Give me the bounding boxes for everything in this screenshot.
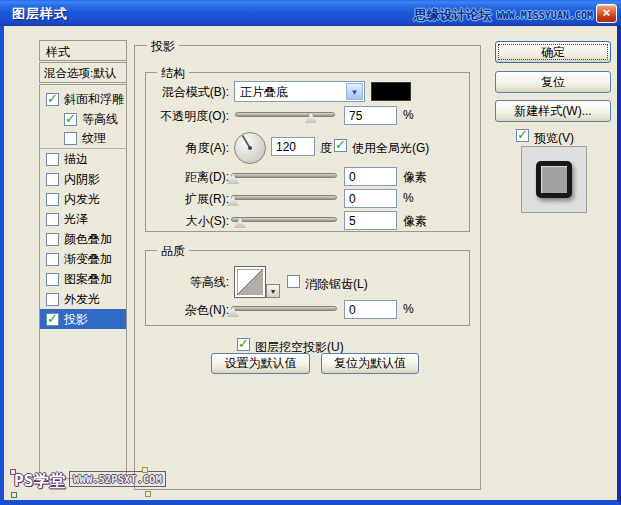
sidebar-item-inner-shadow[interactable]: 内阴影 — [40, 169, 126, 189]
forum-name: 思缘设计论坛 — [414, 7, 492, 22]
layer-style-dialog: 图层样式 思缘设计论坛WWW.MISSYUAN.COM × 样式 混合选项:默认… — [0, 0, 621, 505]
styles-header-label: 样式 — [46, 45, 70, 59]
checkbox-icon[interactable] — [46, 173, 59, 186]
contour-dropdown-icon[interactable]: ▼ — [266, 284, 280, 298]
sidebar-item-stroke[interactable]: 描边 — [40, 149, 126, 169]
global-light-checkbox[interactable] — [334, 139, 347, 152]
close-icon[interactable]: × — [596, 4, 617, 23]
psxt-name: PS学堂 — [14, 471, 65, 490]
sidebar-item-outer-glow[interactable]: 外发光 — [40, 289, 126, 309]
forum-watermark: 思缘设计论坛WWW.MISSYUAN.COM — [414, 6, 593, 24]
checkbox-icon[interactable] — [64, 132, 77, 145]
noise-slider[interactable] — [231, 306, 337, 311]
sidebar-item-label: 描边 — [64, 151, 88, 168]
checkbox-icon[interactable] — [46, 93, 59, 106]
watermark-handle-tr — [142, 467, 148, 473]
distance-slider[interactable] — [231, 173, 337, 178]
blend-mode-value: 正片叠底 — [240, 84, 288, 101]
sidebar-item-label: 光泽 — [64, 211, 88, 228]
new-style-button[interactable]: 新建样式(W)... — [495, 100, 611, 122]
checkbox-icon[interactable] — [46, 253, 59, 266]
sidebar-item-label: 纹理 — [82, 130, 106, 147]
noise-label: 杂色(N): — [137, 302, 229, 319]
reset-button[interactable]: 复位 — [495, 71, 611, 93]
title-bar[interactable]: 图层样式 思缘设计论坛WWW.MISSYUAN.COM × — [0, 0, 621, 26]
opacity-label: 不透明度(O): — [137, 108, 229, 125]
ok-button[interactable]: 确定 — [495, 41, 611, 63]
sidebar-item-texture[interactable]: 纹理 — [40, 129, 126, 149]
sidebar-item-label: 图案叠加 — [64, 271, 112, 288]
styles-list: 斜面和浮雕等高线纹理描边内阴影内发光光泽颜色叠加渐变叠加图案叠加外发光投影 — [39, 84, 127, 479]
distance-label: 距离(D): — [137, 169, 229, 186]
angle-unit: 度 — [320, 140, 332, 157]
sidebar-item-inner-glow[interactable]: 内发光 — [40, 189, 126, 209]
spread-unit: % — [403, 191, 414, 205]
noise-unit: % — [403, 302, 414, 316]
checkbox-icon[interactable] — [46, 293, 59, 306]
watermark-handle-br — [145, 491, 151, 497]
sidebar-item-label: 颜色叠加 — [64, 231, 112, 248]
sidebar-item-label: 渐变叠加 — [64, 251, 112, 268]
checkbox-icon[interactable] — [46, 273, 59, 286]
structure-legend: 结构 — [157, 65, 189, 82]
size-slider[interactable] — [231, 217, 337, 222]
blend-mode-label: 混合模式(B): — [137, 84, 229, 101]
blending-options-label: 混合选项:默认 — [44, 67, 116, 79]
anti-alias-checkbox[interactable] — [287, 275, 300, 288]
shadow-color-swatch[interactable] — [371, 82, 411, 101]
opacity-unit: % — [403, 108, 414, 122]
angle-label: 角度(A): — [137, 140, 229, 157]
sidebar-item-drop-shadow[interactable]: 投影 — [40, 309, 126, 329]
checkbox-icon[interactable] — [46, 153, 59, 166]
styles-header[interactable]: 样式 — [39, 40, 127, 61]
blending-options-item[interactable]: 混合选项:默认 — [39, 62, 127, 83]
watermark-handle-bl — [11, 492, 17, 498]
knockout-checkbox[interactable] — [237, 338, 250, 351]
style-preview-thumbnail — [521, 146, 587, 213]
preview-square-shape — [536, 161, 572, 198]
sidebar-item-color-overlay[interactable]: 颜色叠加 — [40, 229, 126, 249]
quality-legend: 品质 — [157, 243, 189, 260]
watermark-handle-tl — [10, 469, 16, 475]
checkbox-icon[interactable] — [46, 313, 59, 326]
dialog-title: 图层样式 — [12, 5, 68, 23]
checkbox-icon[interactable] — [46, 213, 59, 226]
opacity-slider[interactable] — [235, 112, 335, 117]
contour-label: 等高线: — [137, 274, 229, 291]
opacity-input[interactable] — [344, 106, 397, 125]
global-light-label: 使用全局光(G) — [352, 140, 429, 157]
spread-slider[interactable] — [231, 195, 337, 200]
sidebar-item-label: 等高线 — [82, 111, 118, 128]
sidebar-item-label: 斜面和浮雕 — [64, 91, 124, 108]
spread-label: 扩展(R): — [137, 191, 229, 208]
spread-input[interactable] — [344, 189, 397, 208]
sidebar-item-pattern-overlay[interactable]: 图案叠加 — [40, 269, 126, 289]
distance-unit: 像素 — [403, 169, 427, 186]
contour-picker[interactable] — [234, 266, 266, 298]
preview-checkbox[interactable] — [516, 129, 529, 142]
angle-input[interactable] — [271, 137, 315, 156]
size-unit: 像素 — [403, 213, 427, 230]
reset-default-button[interactable]: 复位为默认值 — [321, 353, 419, 374]
checkbox-icon[interactable] — [46, 193, 59, 206]
blend-mode-select[interactable]: 正片叠底 ▼ — [234, 81, 365, 102]
sidebar-item-contour[interactable]: 等高线 — [40, 109, 126, 129]
size-input[interactable] — [344, 211, 397, 230]
make-default-button[interactable]: 设置为默认值 — [211, 353, 310, 374]
preview-label: 预览(V) — [534, 130, 574, 147]
sidebar-item-gradient-overlay[interactable]: 渐变叠加 — [40, 249, 126, 269]
psxt-watermark: PS学堂WWW.52PSXT.COM — [14, 471, 166, 492]
sidebar-item-label: 内发光 — [64, 191, 100, 208]
chevron-down-icon[interactable]: ▼ — [346, 83, 363, 100]
noise-input[interactable] — [344, 300, 397, 319]
psxt-url: WWW.52PSXT.COM — [69, 471, 166, 487]
distance-input[interactable] — [344, 167, 397, 186]
anti-alias-label: 消除锯齿(L) — [305, 276, 368, 293]
angle-dial[interactable] — [233, 131, 267, 165]
forum-url: WWW.MISSYUAN.COM — [497, 10, 593, 21]
checkbox-icon[interactable] — [64, 113, 77, 126]
sidebar-item-satin[interactable]: 光泽 — [40, 209, 126, 229]
checkbox-icon[interactable] — [46, 233, 59, 246]
sidebar-item-bevel-emboss[interactable]: 斜面和浮雕 — [40, 89, 126, 109]
panel-title: 投影 — [147, 38, 179, 55]
